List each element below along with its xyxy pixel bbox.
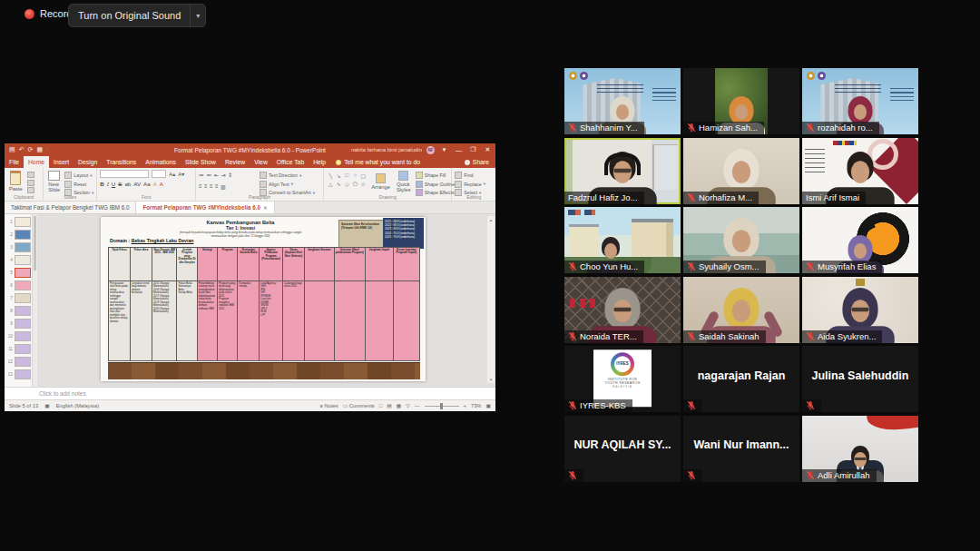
- normal-view-icon[interactable]: □: [379, 403, 383, 408]
- slide-thumbnail-8[interactable]: 8: [7, 306, 32, 316]
- slide-sorter-view-icon[interactable]: ▤: [387, 403, 391, 408]
- zoom-level[interactable]: 73%: [471, 403, 482, 408]
- slide-thumbnail-2[interactable]: 2: [7, 230, 32, 240]
- notes-toggle[interactable]: ≡ Notes: [319, 403, 338, 408]
- change-case-icon[interactable]: Aa: [143, 181, 151, 187]
- ribbon-tab-home[interactable]: Home: [24, 156, 49, 168]
- slide-thumbnail-3[interactable]: 3: [7, 242, 32, 252]
- zoom-slider-thumb[interactable]: [440, 403, 443, 409]
- account-avatar[interactable]: NF: [426, 146, 435, 154]
- align-left-icon[interactable]: ≡: [199, 183, 202, 190]
- slide-thumbnail-image[interactable]: [15, 306, 31, 316]
- slide-thumbnail-image[interactable]: [15, 230, 31, 240]
- customize-qat-icon[interactable]: ▾: [46, 146, 48, 153]
- slide-thumbnail-image[interactable]: [15, 268, 31, 278]
- undo-icon[interactable]: ↶: [19, 146, 24, 153]
- quick-styles-button[interactable]: Quick Styles: [395, 170, 413, 193]
- character-spacing-icon[interactable]: AV: [133, 181, 141, 187]
- slide-thumbnail-image[interactable]: [15, 344, 31, 354]
- participant-tile[interactable]: Syuhaily Osm...: [683, 207, 799, 273]
- participant-tile[interactable]: Choo Yun Hu...: [564, 207, 681, 273]
- document-tab[interactable]: Format Pelaporan TWG #MYIndeksbelia 6.0✕: [136, 202, 274, 213]
- ribbon-tab-slide-show[interactable]: Slide Show: [181, 156, 220, 168]
- slide-thumbnail-10[interactable]: 10: [7, 331, 32, 341]
- participant-tile[interactable]: Julina Salehuddin: [802, 346, 918, 412]
- arrange-button[interactable]: Arrange: [369, 170, 392, 193]
- slide-thumbnail-image[interactable]: [15, 319, 31, 329]
- slide-thumbnail-panel[interactable]: 12345678910111213: [5, 214, 33, 387]
- scroll-down-icon[interactable]: ▾: [490, 377, 493, 382]
- font-name-box[interactable]: [100, 170, 149, 178]
- cut-icon[interactable]: [27, 172, 34, 178]
- grow-font-icon[interactable]: A▴: [169, 171, 175, 177]
- participant-tile[interactable]: rozahidah ro...: [802, 68, 918, 134]
- underline-button[interactable]: U: [112, 181, 115, 187]
- replace-button[interactable]: Replace▾: [455, 181, 485, 188]
- line-spacing-icon[interactable]: ⇕: [228, 172, 232, 178]
- notes-pane[interactable]: Click to add notes: [5, 387, 495, 399]
- close-button[interactable]: ✕: [483, 146, 493, 153]
- slide-thumbnail-image[interactable]: [15, 217, 31, 227]
- shape-fill-button[interactable]: Shape Fill: [416, 172, 456, 179]
- slide-thumbnail-image[interactable]: [15, 331, 31, 341]
- columns-icon[interactable]: ▥: [220, 183, 226, 190]
- star-shape-icon[interactable]: ☆: [359, 180, 367, 187]
- ribbon-tab-transitions[interactable]: Transitions: [102, 156, 141, 168]
- participant-tile[interactable]: Wani Nur Imann...: [683, 416, 799, 482]
- paste-button[interactable]: Paste: [7, 170, 24, 193]
- numbering-icon[interactable]: ≕: [206, 172, 211, 178]
- ribbon-tab-file[interactable]: File: [5, 156, 24, 168]
- justify-icon[interactable]: ≡: [215, 183, 219, 190]
- participant-tile[interactable]: Fadzrul Hafiz Jo...: [564, 138, 681, 204]
- slide-thumbnail-image[interactable]: [15, 357, 31, 367]
- ribbon-tab-view[interactable]: View: [250, 156, 272, 168]
- scrollbar-handle[interactable]: [34, 216, 36, 271]
- slide-thumbnail-image[interactable]: [15, 293, 31, 303]
- curve-shape-icon[interactable]: ∿: [335, 180, 342, 187]
- close-tab-icon[interactable]: ✕: [263, 205, 268, 211]
- start-slideshow-icon[interactable]: ▦: [36, 146, 43, 153]
- arrow-shape-icon[interactable]: ↘: [335, 172, 342, 179]
- text-direction-button[interactable]: Text Direction▾: [260, 172, 315, 179]
- slide-thumbnail-12[interactable]: 12: [7, 357, 32, 367]
- rect-shape-icon[interactable]: □: [343, 172, 350, 179]
- increase-indent-icon[interactable]: ⇥: [220, 172, 225, 178]
- bold-button[interactable]: B: [100, 181, 103, 187]
- align-center-icon[interactable]: ≡: [204, 183, 208, 190]
- ribbon-tab-help[interactable]: Help: [309, 156, 330, 168]
- line-shape-icon[interactable]: ╲: [327, 172, 334, 179]
- comments-toggle[interactable]: ▭ Comments: [343, 403, 375, 408]
- participant-tile[interactable]: Hamizan Sah...: [683, 68, 799, 134]
- tell-me-box[interactable]: Tell me what you want to do: [330, 156, 420, 168]
- reading-view-icon[interactable]: ▦: [397, 403, 401, 408]
- participant-tile[interactable]: Shahhanim Y...: [564, 68, 681, 134]
- participant-tile[interactable]: nagarajan Rajan: [683, 346, 799, 412]
- restore-button[interactable]: ❐: [468, 146, 478, 153]
- diamond-shape-icon[interactable]: ◇: [343, 180, 350, 187]
- new-slide-button[interactable]: New Slide: [46, 170, 62, 193]
- slide-thumbnail-9[interactable]: 9: [7, 319, 32, 329]
- chevron-down-icon[interactable]: ▾: [191, 12, 205, 20]
- slide-thumbnail-7[interactable]: 7: [7, 293, 32, 303]
- format-painter-icon[interactable]: [27, 187, 34, 193]
- slide-thumbnail-13[interactable]: 13: [7, 369, 32, 379]
- shape-outline-button[interactable]: Shape Outline: [416, 181, 456, 188]
- participant-tile[interactable]: Saidah Sakinah: [683, 277, 799, 343]
- copy-icon[interactable]: [27, 180, 34, 186]
- slide-thumbnail-4[interactable]: 4: [7, 255, 32, 265]
- participant-tile[interactable]: Ismi Arif Ismai: [802, 138, 918, 204]
- scroll-up-icon[interactable]: ▴: [490, 217, 493, 222]
- strikethrough-button[interactable]: S: [118, 181, 122, 187]
- zoom-out-icon[interactable]: —: [415, 403, 420, 408]
- highlight-color-icon[interactable]: A: [153, 181, 157, 187]
- ribbon-tab-design[interactable]: Design: [74, 156, 102, 168]
- slide-thumbnail-5[interactable]: 5: [7, 268, 32, 278]
- slide-thumbnail-11[interactable]: 11: [7, 344, 32, 354]
- zoom-in-icon[interactable]: +: [464, 403, 466, 408]
- decrease-indent-icon[interactable]: ⇤: [214, 172, 219, 178]
- find-button[interactable]: Find: [455, 172, 485, 179]
- slide-thumbnail-image[interactable]: [15, 280, 31, 290]
- slide-thumbnail-image[interactable]: [15, 242, 31, 252]
- ribbon-display-options-icon[interactable]: ▾: [439, 146, 449, 153]
- save-icon[interactable]: ▤: [9, 146, 15, 153]
